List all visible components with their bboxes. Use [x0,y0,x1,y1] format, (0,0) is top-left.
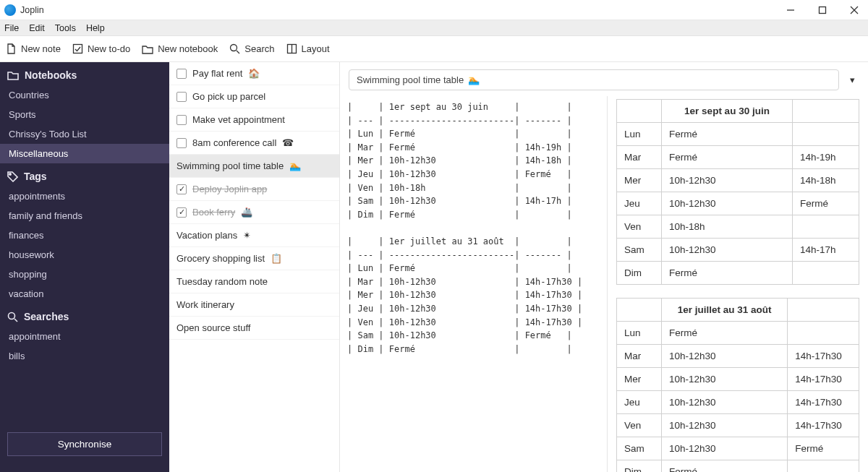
window-minimize-button[interactable] [781,3,800,17]
tags-header-label: Tags [24,171,47,182]
menu-help[interactable]: Help [86,23,105,33]
note-list-item-label: Make vet appointment [192,114,285,125]
app-logo-icon [4,4,16,16]
table-row: DimFermé [617,262,859,285]
search-icon [7,312,18,322]
titlebar: Joplin [0,0,868,20]
new-notebook-label: New notebook [158,43,218,54]
sidebar-tag-item[interactable]: housework [0,245,169,265]
table-row: LunFermé [617,322,859,345]
layout-button[interactable]: Layout [286,43,330,54]
new-todo-button[interactable]: New to-do [72,43,130,54]
svg-point-9 [9,173,11,174]
note-list-item[interactable]: Book ferry🚢 [169,201,339,224]
new-note-button[interactable]: New note [6,43,61,54]
layout-icon [286,43,297,54]
sidebar-tag-item[interactable]: vacation [0,284,169,304]
toolbar: New note New to-do New notebook Search L… [0,36,868,62]
note-list-item-label: Deploy Joplin app [192,184,267,194]
file-icon [6,43,17,54]
todo-checkbox[interactable] [176,207,187,218]
note-title-emoji: 🏊 [468,74,480,85]
table-row: MarFermé14h-19h [617,146,859,169]
checkbox-icon [72,43,83,54]
window-close-button[interactable] [845,3,864,17]
rendered-preview-pane[interactable]: 1er sept au 30 juinLunFerméMarFermé14h-1… [608,96,868,472]
note-list-item[interactable]: Grocery shopping list📋 [169,247,339,270]
svg-line-11 [14,319,17,322]
sidebar-tag-item[interactable]: finances [0,226,169,245]
note-emoji-icon: 📋 [271,253,282,264]
search-button[interactable]: Search [229,43,274,54]
note-list-item-label: Open source stuff [176,322,250,333]
sidebar-notebook-item[interactable]: Countries [0,85,169,105]
note-list-item-label: Vacation plans [176,230,237,241]
sidebar-tag-item[interactable]: appointments [0,186,169,206]
sidebar-search-item[interactable]: bills [0,346,169,366]
note-title-text: Swimming pool time table [357,74,464,85]
sidebar-search-item[interactable]: appointment [0,327,169,346]
todo-checkbox[interactable] [176,92,187,102]
note-list-item[interactable]: Go pick up parcel [169,85,339,108]
schedule-table: 1er sept au 30 juinLunFerméMarFermé14h-1… [616,99,859,285]
layout-label: Layout [302,43,330,54]
editor: Swimming pool time table 🏊 ▾ | | 1er sep… [340,62,868,472]
table-row: Ven10h-18h [617,215,859,239]
sidebar-notebook-item[interactable]: Sports [0,105,169,124]
table-row: Sam10h-12h3014h-17h [617,239,859,262]
schedule-table: 1er juillet au 31 aoûtLunFerméMar10h-12h… [616,298,859,472]
note-list-item[interactable]: Make vet appointment [169,108,339,132]
menubar: File Edit Tools Help [0,20,868,36]
search-icon [229,43,240,54]
note-list-item-label: Swimming pool time table [176,160,284,171]
note-list-item-label: Work itinerary [176,299,234,310]
todo-checkbox[interactable] [176,184,187,194]
todo-checkbox[interactable] [176,115,187,125]
sidebar-tag-item[interactable]: family and friends [0,206,169,226]
table-row: Mer10h-12h3014h-17h30 [617,368,859,391]
note-list-item-label: Go pick up parcel [192,91,265,102]
note-title-input[interactable]: Swimming pool time table 🏊 [349,69,839,90]
table-row: Mar10h-12h3014h-17h30 [617,345,859,368]
note-list-item-label: Book ferry [192,207,235,218]
note-list-item[interactable]: Deploy Joplin app [169,178,339,201]
note-list-item[interactable]: Vacation plans✴ [169,224,339,247]
notebooks-header[interactable]: Notebooks [0,62,169,85]
markdown-source-pane[interactable]: | | 1er sept au 30 juin | | | --- | ----… [340,96,608,472]
todo-checkbox[interactable] [176,69,187,79]
synchronise-button[interactable]: Synchronise [7,432,162,456]
note-list-item[interactable]: Tuesday random note [169,270,339,293]
note-list-item[interactable]: Pay flat rent🏠 [169,62,339,85]
searches-header[interactable]: Searches [0,304,169,327]
notebooks-header-label: Notebooks [25,69,77,81]
note-list[interactable]: Pay flat rent🏠Go pick up parcelMake vet … [169,62,340,472]
note-list-item[interactable]: 8am conference call☎ [169,132,339,155]
window-maximize-button[interactable] [813,3,832,17]
note-list-item[interactable]: Swimming pool time table🏊 [169,155,339,178]
menu-file[interactable]: File [4,23,19,33]
svg-rect-4 [73,45,82,53]
sidebar-notebook-item[interactable]: Miscellaneous [0,144,169,163]
note-list-item-label: 8am conference call [192,137,276,148]
note-emoji-icon: 🏠 [248,68,260,79]
note-list-item[interactable]: Open source stuff [169,317,339,340]
todo-checkbox[interactable] [176,138,187,148]
svg-point-10 [9,312,15,319]
new-notebook-button[interactable]: New notebook [142,43,218,54]
note-actions-dropdown[interactable]: ▾ [845,74,859,85]
svg-line-6 [237,51,239,53]
table-row: Ven10h-12h3014h-17h30 [617,414,859,437]
sidebar-notebook-item[interactable]: Chrissy's Todo List [0,124,169,144]
tags-header[interactable]: Tags [0,163,169,186]
searches-header-label: Searches [24,311,69,322]
menu-tools[interactable]: Tools [55,23,76,33]
menu-edit[interactable]: Edit [29,23,45,33]
schedule-header: 1er sept au 30 juin [662,100,793,123]
new-note-label: New note [21,43,61,54]
note-list-item-label: Tuesday random note [176,276,268,287]
sidebar-tag-item[interactable]: shopping [0,265,169,284]
note-emoji-icon: ✴ [243,230,251,241]
app-title: Joplin [20,5,44,15]
note-list-item[interactable]: Work itinerary [169,293,339,317]
folder-icon [7,70,19,80]
